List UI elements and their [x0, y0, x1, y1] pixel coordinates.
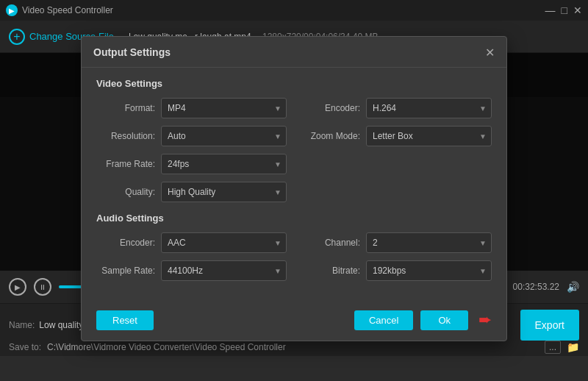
zoom-row: Zoom Mode: Letter Box ▼: [301, 126, 492, 146]
audio-encoder-select[interactable]: AAC: [161, 232, 287, 253]
folder-icon[interactable]: 📁: [567, 341, 579, 353]
bitrate-select-wrap: 192kbps ▼: [366, 260, 492, 281]
quality-row: Quality: High Quality ▼: [96, 182, 287, 202]
bottom-row2: Save to: C:\Vidmore\Vidmore Video Conver…: [9, 341, 579, 354]
arrow-indicator: ➨: [478, 310, 492, 330]
channel-select[interactable]: 2: [366, 232, 492, 253]
zoom-label: Zoom Mode:: [301, 131, 360, 141]
dialog-header: Output Settings ✕: [82, 37, 506, 68]
format-select-wrap: MP4 ▼: [161, 98, 287, 118]
minimize-button[interactable]: —: [545, 4, 556, 16]
audio-encoder-select-wrap: AAC ▼: [161, 232, 287, 253]
resolution-select-wrap: Auto ▼: [161, 126, 287, 146]
encoder-label: Encoder:: [301, 103, 360, 113]
samplerate-row: Sample Rate: 44100Hz ▼: [96, 260, 287, 281]
dialog-close-button[interactable]: ✕: [485, 46, 495, 60]
format-row: Format: MP4 ▼: [96, 98, 287, 118]
bitrate-label: Bitrate:: [301, 266, 360, 276]
channel-select-wrap: 2 ▼: [366, 232, 492, 253]
output-settings-dialog: Output Settings ✕ Video Settings Format:…: [81, 36, 507, 341]
audio-settings-grid: Encoder: AAC ▼ Channel: 2: [96, 232, 492, 281]
plus-icon: +: [9, 29, 25, 45]
name-label: Name:: [9, 320, 35, 330]
browse-dots-button[interactable]: ...: [545, 341, 561, 354]
zoom-select[interactable]: Letter Box: [366, 126, 492, 146]
dialog-footer: Reset Cancel Ok ➨: [82, 303, 506, 341]
zoom-select-wrap: Letter Box ▼: [366, 126, 492, 146]
ok-button[interactable]: Ok: [420, 310, 468, 330]
quality-select[interactable]: High Quality: [161, 182, 287, 202]
empty-cell: [301, 154, 492, 174]
video-section-label: Video Settings: [96, 78, 492, 89]
encoder-select-wrap: H.264 ▼: [366, 98, 492, 118]
dialog-overlay: Output Settings ✕ Video Settings Format:…: [0, 74, 588, 303]
channel-label: Channel:: [301, 238, 360, 248]
app-title: Video Speed Controller: [22, 5, 545, 15]
title-bar: ▶ Video Speed Controller — □ ✕: [0, 0, 588, 21]
format-select[interactable]: MP4: [161, 98, 287, 118]
audio-encoder-label: Encoder:: [96, 238, 155, 248]
samplerate-select-wrap: 44100Hz ▼: [161, 260, 287, 281]
bitrate-select[interactable]: 192kbps: [366, 260, 492, 281]
bitrate-row: Bitrate: 192kbps ▼: [301, 260, 492, 281]
video-settings-grid: Format: MP4 ▼ Encoder: H.: [96, 98, 492, 202]
format-label: Format:: [96, 103, 155, 113]
resolution-row: Resolution: Auto ▼: [96, 126, 287, 146]
main-area: ▶ ⏸ 00:32:53.22 🔊 Output Settings ✕ Vide…: [0, 53, 588, 303]
app-icon: ▶: [6, 4, 18, 16]
audio-section-label: Audio Settings: [96, 213, 492, 224]
dialog-title: Output Settings: [93, 46, 171, 58]
maximize-button[interactable]: □: [562, 4, 567, 16]
encoder-row: Encoder: H.264 ▼: [301, 98, 492, 118]
framerate-select-wrap: 24fps ▼: [161, 154, 287, 174]
quality-select-wrap: High Quality ▼: [161, 182, 287, 202]
framerate-label: Frame Rate:: [96, 159, 155, 169]
channel-row: Channel: 2 ▼: [301, 232, 492, 253]
framerate-row: Frame Rate: 24fps ▼: [96, 154, 287, 174]
reset-button[interactable]: Reset: [96, 310, 154, 330]
encoder-select[interactable]: H.264: [366, 98, 492, 118]
resolution-label: Resolution:: [96, 131, 155, 141]
audio-encoder-row: Encoder: AAC ▼: [96, 232, 287, 253]
close-button[interactable]: ✕: [573, 4, 582, 16]
saveto-path: C:\Vidmore\Vidmore Video Converter\Video…: [47, 342, 539, 352]
export-button[interactable]: Export: [520, 310, 579, 341]
samplerate-label: Sample Rate:: [96, 266, 155, 276]
window-controls: — □ ✕: [545, 4, 582, 16]
dialog-body: Video Settings Format: MP4 ▼: [82, 68, 506, 303]
quality-label: Quality:: [96, 187, 155, 197]
framerate-select[interactable]: 24fps: [161, 154, 287, 174]
cancel-button[interactable]: Cancel: [354, 310, 413, 330]
saveto-label: Save to:: [9, 342, 41, 352]
resolution-select[interactable]: Auto: [161, 126, 287, 146]
footer-right: Cancel Ok ➨: [354, 310, 492, 330]
samplerate-select[interactable]: 44100Hz: [161, 260, 287, 281]
